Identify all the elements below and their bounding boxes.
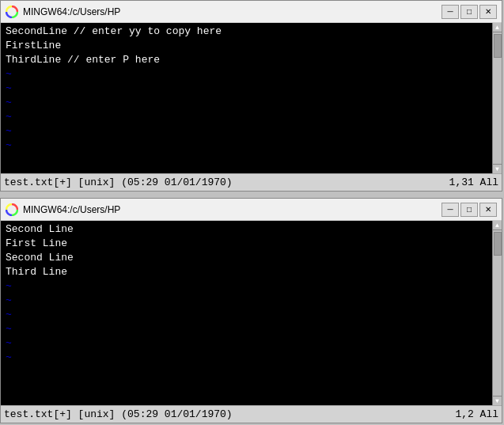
scroll-up-1[interactable]: ▲ — [493, 23, 502, 32]
scrollbar-1[interactable]: ▲ ▼ — [492, 23, 502, 173]
tilde-line-1-2: ~ — [6, 82, 497, 96]
titlebar-1: MINGW64:/c/Users/HP ─ □ ✕ — [1, 1, 502, 23]
tilde-line-2-2: ~ — [6, 294, 497, 308]
scroll-up-2[interactable]: ▲ — [493, 221, 502, 230]
editor-line-2-4: Third Line — [6, 265, 497, 279]
editor-line: SecondLine // enter yy to copy here — [6, 25, 497, 39]
editor-area-1: SecondLine // enter yy to copy here Firs… — [1, 23, 502, 173]
app-icon-2 — [6, 203, 18, 216]
titlebar-2: MINGW64:/c/Users/HP ─ □ ✕ — [1, 199, 502, 221]
statusbar-right-2: 1,2 All — [455, 408, 498, 420]
editor-area-2: Second Line First Line Second Line Third… — [1, 221, 502, 405]
tilde-line-1-1: ~ — [6, 67, 497, 82]
tilde-line-1-4: ~ — [6, 110, 497, 124]
tilde-line-2-3: ~ — [6, 308, 497, 322]
statusbar-1: test.txt[+] [unix] (05:29 01/01/1970) 1,… — [1, 173, 502, 191]
titlebar-buttons-1: ─ □ ✕ — [441, 5, 497, 19]
editor-line: ThirdLine // enter P here — [6, 53, 497, 67]
minimize-button-2[interactable]: ─ — [441, 203, 459, 217]
minimize-button-1[interactable]: ─ — [441, 5, 459, 19]
maximize-button-1[interactable]: □ — [460, 5, 478, 19]
titlebar-buttons-2: ─ □ ✕ — [441, 203, 497, 217]
editor-line: FirstLine — [6, 39, 497, 53]
scroll-thumb-2[interactable] — [494, 232, 502, 256]
window-2: MINGW64:/c/Users/HP ─ □ ✕ Second Line Fi… — [0, 198, 502, 423]
tilde-line-2-1: ~ — [6, 279, 497, 294]
close-button-1[interactable]: ✕ — [479, 5, 497, 19]
tilde-line-1-6: ~ — [6, 139, 497, 153]
tilde-line-2-5: ~ — [6, 336, 497, 351]
statusbar-left-2: test.txt[+] [unix] (05:29 01/01/1970) — [4, 408, 455, 420]
editor-line-2-1: Second Line — [6, 222, 497, 237]
tilde-line-1-3: ~ — [6, 96, 497, 110]
app-icon-1 — [6, 6, 18, 18]
statusbar-left-1: test.txt[+] [unix] (05:29 01/01/1970) — [4, 176, 449, 188]
scrollbar-2[interactable]: ▲ ▼ — [492, 221, 502, 405]
maximize-button-2[interactable]: □ — [460, 203, 478, 217]
editor-line-2-2: First Line — [6, 237, 497, 251]
window-1: MINGW64:/c/Users/HP ─ □ ✕ SecondLine // … — [0, 0, 502, 192]
statusbar-right-1: 1,31 All — [449, 176, 498, 188]
statusbar-2: test.txt[+] [unix] (05:29 01/01/1970) 1,… — [1, 405, 502, 423]
tilde-line-1-5: ~ — [6, 124, 497, 139]
tilde-line-2-4: ~ — [6, 322, 497, 336]
titlebar-title-1: MINGW64:/c/Users/HP — [23, 6, 437, 17]
editor-line-2-3: Second Line — [6, 251, 497, 265]
titlebar-title-2: MINGW64:/c/Users/HP — [23, 204, 437, 215]
scroll-down-2[interactable]: ▼ — [493, 396, 502, 405]
scroll-down-1[interactable]: ▼ — [493, 164, 502, 173]
scroll-thumb-1[interactable] — [494, 34, 502, 58]
close-button-2[interactable]: ✕ — [479, 203, 497, 217]
tilde-line-2-6: ~ — [6, 351, 497, 365]
